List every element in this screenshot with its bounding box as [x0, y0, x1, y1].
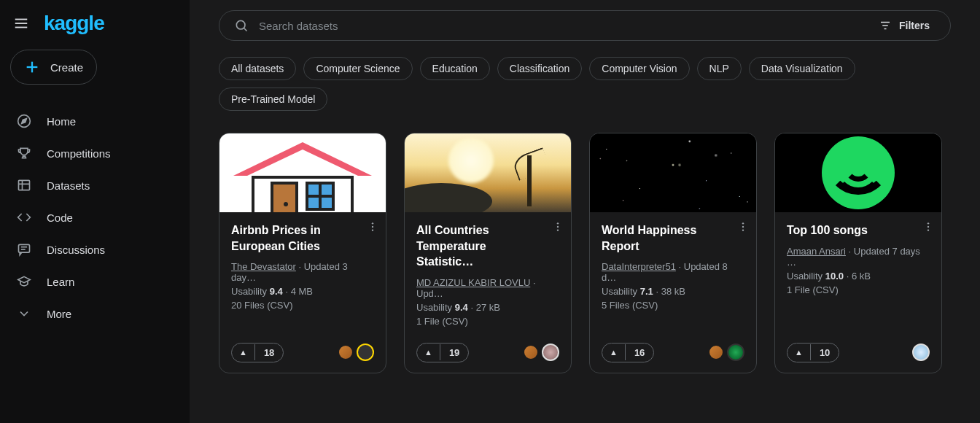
- chip-computer-science[interactable]: Computer Science: [303, 57, 412, 80]
- dataset-card[interactable]: Airbnb Prices in European Cities The Dev…: [219, 133, 386, 373]
- hamburger-menu-icon[interactable]: [13, 15, 29, 31]
- upvote-icon[interactable]: ▲: [417, 344, 440, 360]
- code-icon: [16, 209, 32, 225]
- chevron-down-icon: [16, 306, 32, 322]
- chip-all-datasets[interactable]: All datasets: [219, 57, 296, 80]
- bronze-medal-icon: [339, 346, 352, 359]
- card-files: 20 Files (CSV): [231, 300, 374, 311]
- sidebar-item-learn[interactable]: Learn: [0, 265, 190, 298]
- author-avatar[interactable]: [912, 344, 930, 361]
- filters-button[interactable]: Filters: [879, 19, 936, 32]
- search-box[interactable]: Filters: [219, 10, 951, 41]
- svg-point-21: [557, 222, 559, 224]
- sidebar-item-label: More: [47, 308, 71, 320]
- sidebar-item-more[interactable]: More: [0, 298, 190, 330]
- card-files: 1 File (CSV): [416, 316, 559, 327]
- sidebar-item-datasets[interactable]: Datasets: [0, 169, 190, 201]
- svg-point-26: [742, 229, 744, 230]
- sidebar: kaggle Create Home Competitions Datasets…: [0, 0, 190, 423]
- card-author[interactable]: DataInterpreter51: [602, 261, 676, 272]
- svg-line-14: [244, 28, 247, 31]
- plus-icon: [24, 59, 40, 75]
- card-author-line: Amaan Ansari · Updated 7 days …: [787, 246, 930, 268]
- svg-point-18: [372, 222, 373, 224]
- chip-classification[interactable]: Classification: [497, 57, 582, 80]
- chip-nlp[interactable]: NLP: [697, 57, 742, 80]
- sidebar-item-competitions[interactable]: Competitions: [0, 137, 190, 169]
- create-label: Create: [50, 61, 83, 74]
- chip-education[interactable]: Education: [420, 57, 490, 80]
- svg-point-27: [928, 222, 929, 224]
- sidebar-item-home[interactable]: Home: [0, 105, 190, 137]
- svg-point-29: [928, 229, 929, 230]
- search-input[interactable]: [259, 20, 868, 32]
- more-options-icon[interactable]: [552, 221, 564, 233]
- card-thumbnail: [775, 133, 941, 212]
- upvote-control[interactable]: ▲ 18: [231, 343, 284, 362]
- upvote-count: 10: [811, 344, 839, 362]
- sidebar-item-label: Discussions: [47, 244, 105, 256]
- more-options-icon[interactable]: [737, 221, 749, 233]
- card-author-line: The Devastator · Updated 3 day…: [231, 261, 374, 283]
- svg-marker-6: [22, 119, 27, 124]
- card-author[interactable]: Amaan Ansari: [787, 246, 846, 257]
- card-title: Airbnb Prices in European Cities: [231, 222, 374, 254]
- sidebar-item-discussions[interactable]: Discussions: [0, 233, 190, 265]
- author-avatar[interactable]: [542, 344, 559, 361]
- svg-point-25: [742, 226, 744, 228]
- upvote-control[interactable]: ▲ 16: [602, 343, 654, 362]
- upvote-icon[interactable]: ▲: [602, 344, 626, 360]
- more-options-icon[interactable]: [922, 221, 934, 233]
- chip-data-visualization[interactable]: Data Visualization: [749, 57, 855, 80]
- svg-rect-7: [19, 180, 30, 190]
- upvote-icon[interactable]: ▲: [788, 344, 811, 360]
- upvote-control[interactable]: ▲ 10: [787, 343, 839, 362]
- svg-point-13: [236, 20, 245, 29]
- sidebar-item-label: Competitions: [47, 147, 111, 160]
- main-content: Filters All datasets Computer Science Ed…: [190, 0, 980, 423]
- card-author[interactable]: MD AZIZUL KABIR LOVLU: [416, 277, 530, 288]
- card-title: All Countries Temperature Statistic…: [416, 222, 559, 270]
- card-usability-line: Usability 10.0 · 6 kB: [787, 271, 930, 282]
- dataset-card[interactable]: World Happiness Report DataInterpreter51…: [589, 133, 757, 373]
- upvote-control[interactable]: ▲ 19: [416, 343, 469, 362]
- chip-computer-vision[interactable]: Computer Vision: [589, 57, 689, 80]
- card-thumbnail: [219, 133, 386, 212]
- sidebar-item-label: Learn: [47, 276, 74, 288]
- svg-point-24: [742, 222, 744, 224]
- graduation-cap-icon: [16, 273, 32, 290]
- filters-label: Filters: [899, 20, 930, 31]
- svg-point-20: [372, 229, 373, 230]
- upvote-icon[interactable]: ▲: [232, 344, 255, 360]
- more-options-icon[interactable]: [367, 221, 378, 233]
- bronze-medal-icon: [709, 346, 723, 359]
- sidebar-item-label: Home: [47, 115, 76, 128]
- card-author[interactable]: The Devastator: [231, 261, 296, 272]
- card-updated: Upd…: [416, 288, 443, 299]
- author-avatar[interactable]: [357, 344, 374, 361]
- dataset-card[interactable]: Top 100 songs Amaan Ansari · Updated 7 d…: [774, 133, 942, 373]
- filter-icon: [879, 19, 892, 32]
- author-avatar[interactable]: [727, 344, 744, 361]
- card-usability-line: Usability 9.4 · 27 kB: [416, 302, 559, 313]
- svg-point-22: [557, 226, 559, 228]
- upvote-count: 18: [255, 344, 283, 362]
- trophy-icon: [16, 145, 32, 161]
- card-author-line: MD AZIZUL KABIR LOVLU · Upd…: [416, 277, 559, 299]
- card-thumbnail: [405, 133, 571, 212]
- sidebar-item-code[interactable]: Code: [0, 201, 190, 233]
- card-title: Top 100 songs: [787, 222, 930, 238]
- card-author-line: DataInterpreter51 · Updated 8 d…: [602, 261, 744, 283]
- compass-icon: [16, 113, 32, 129]
- sidebar-item-label: Datasets: [47, 179, 90, 192]
- create-button[interactable]: Create: [10, 50, 97, 85]
- table-icon: [16, 177, 32, 193]
- svg-point-28: [928, 226, 929, 228]
- bronze-medal-icon: [524, 346, 537, 359]
- svg-point-19: [372, 226, 373, 228]
- chip-pre-trained-model[interactable]: Pre-Trained Model: [219, 88, 327, 111]
- dataset-card[interactable]: All Countries Temperature Statistic… MD …: [404, 133, 572, 373]
- dataset-cards: Airbnb Prices in European Cities The Dev…: [190, 133, 980, 373]
- upvote-count: 19: [440, 344, 468, 362]
- kaggle-logo[interactable]: kaggle: [44, 12, 104, 35]
